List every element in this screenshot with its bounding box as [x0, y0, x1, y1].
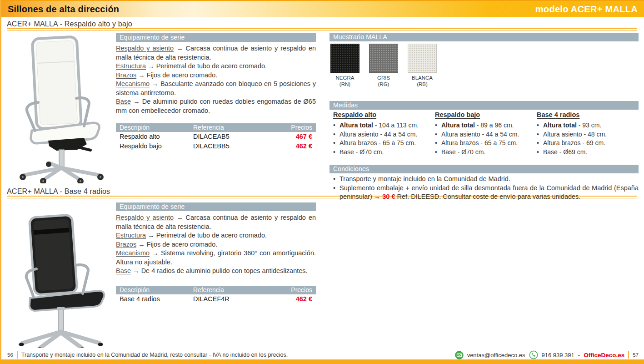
swatch-block: BLANCA(RB)	[408, 44, 437, 87]
spec-line: Mecanismo → Basculante avanzado con bloq…	[116, 80, 316, 97]
swatch-block: GRIS(RG)	[369, 44, 398, 87]
medidas-item-bold: Altura total	[543, 121, 577, 129]
bullet-glyph: •	[435, 121, 441, 130]
col-referencia: Referencia	[193, 286, 277, 294]
swatch-name: BLANCA	[408, 75, 437, 81]
arrow-glyph: →	[131, 98, 142, 105]
arrow-glyph: →	[150, 249, 161, 257]
footer-phone[interactable]: 916 939 391	[542, 352, 574, 359]
medidas-item-text: Altura brazos - 65 a 75 cm.	[441, 139, 518, 147]
col-descripcion: Descripión	[116, 286, 193, 294]
medidas-item-text: - 104 a 113 cm.	[373, 121, 419, 129]
medidas-column: Base 4 radios•Altura total - 93 cm.•Altu…	[537, 111, 639, 157]
spec-label: Estructura	[116, 62, 146, 70]
medidas-item-text: - 93 cm.	[577, 121, 601, 129]
bottom-accent-bar	[0, 359, 644, 364]
catalog-page: Sillones de alta dirección modelo ACER+ …	[0, 0, 644, 364]
bullet-glyph: •	[333, 121, 339, 130]
spec-label: Brazos	[116, 241, 136, 248]
spec-text: Fijos de acero cromado.	[147, 71, 218, 79]
condiciones-list: •Transporte y montaje incluido en la Com…	[333, 175, 639, 202]
medidas-column: Respaldo alto•Altura total - 104 a 113 c…	[333, 111, 435, 157]
bullet-glyph: •	[333, 139, 339, 148]
spec-line: Base → De aluminio pulido con ruedas dob…	[116, 97, 316, 115]
swatch-block: NEGRA(RN)	[330, 44, 359, 87]
bullet-glyph: •	[435, 148, 441, 157]
table-header-row: DescripiónReferenciaPrecios	[116, 123, 316, 132]
swatch-code: (RG)	[369, 81, 398, 87]
medidas-item: •Altura asiento - 44 a 54 cm.	[435, 130, 537, 139]
condiciones-item: •Transporte y montaje incluido en la Com…	[333, 175, 639, 184]
spec-label: Mecanismo	[116, 80, 150, 87]
medidas-column-title: Base 4 radios	[537, 111, 639, 118]
spec-label: Respaldo y asiento	[116, 45, 174, 52]
spec-text: Fijos de acero cromado.	[147, 241, 218, 248]
footer-brand[interactable]: OfficeDeco.es	[584, 352, 624, 359]
page-title: Sillones de alta dirección	[1, 4, 119, 15]
footer-divider	[17, 351, 18, 359]
footer-left: 56 Transporte y montaje incluido en la C…	[0, 351, 288, 359]
medidas-item: •Altura asiento - 44 a 54 cm.	[333, 130, 435, 139]
arrow-glyph: →	[136, 241, 147, 248]
medidas-item: •Base - Ø70 cm.	[435, 148, 537, 157]
medidas-header-bar: Medidas	[329, 101, 639, 110]
medidas-item-text: Base - Ø70 cm.	[441, 148, 485, 156]
spec-text: De aluminio pulido con ruedas dobles eng…	[116, 98, 316, 114]
medidas-item: •Altura brazos - 65 a 75 cm.	[333, 139, 435, 148]
condiciones-header-bar: Condiciones	[329, 165, 639, 173]
bullet-glyph: •	[333, 148, 339, 157]
page-number-right: 57	[633, 352, 639, 358]
mesh-swatch-blanca	[408, 44, 437, 73]
table-row: Respaldo altoDILACEAB5467 €	[116, 132, 316, 142]
spec-line: Brazos → Fijos de acero cromado.	[116, 240, 316, 249]
phone-icon	[529, 350, 538, 359]
table-header-row: DescripiónReferenciaPrecios	[116, 286, 316, 294]
col-precios: Precios	[277, 286, 316, 294]
row-referencia: DILACEAB5	[193, 132, 277, 142]
row-precio: 467 €	[277, 132, 316, 142]
col-descripcion: Descripión	[116, 123, 193, 132]
spec-line: Estructura → Perimetral de tubo de acero…	[116, 231, 316, 240]
mesh-swatch-negra	[330, 44, 359, 73]
col-referencia: Referencia	[193, 123, 277, 132]
spec-label: Respaldo y asiento	[116, 214, 174, 221]
spec-label: Brazos	[116, 71, 136, 79]
col-precios: Precios	[277, 123, 316, 132]
medidas-item: •Altura total - 104 a 113 cm.	[333, 121, 435, 130]
mesh-swatches: NEGRA(RN)GRIS(RG)BLANCA(RB)	[330, 44, 437, 87]
medidas-item-text: Altura asiento - 44 a 54 cm.	[441, 131, 519, 138]
bullet-glyph: •	[435, 139, 441, 148]
mesh-swatch-gris	[369, 44, 398, 73]
page-footer: 56 Transporte y montaje incluido en la C…	[0, 350, 644, 359]
medidas-item-text: - 89 a 96 cm.	[475, 121, 514, 129]
equip2-header-bar: Equipamiento de serie	[116, 202, 316, 211]
arrow-glyph: →	[136, 71, 147, 79]
table-row: Base 4 radiosDILACEF4R462 €	[116, 294, 316, 304]
spec-text: Perimetral de tubo de acero cromado.	[156, 62, 267, 70]
spec-line: Mecanismo → Sistema revolving, giratorio…	[116, 249, 316, 267]
footer-right: ventas@officedeco.es 916 939 391 - Offic…	[455, 350, 644, 359]
left-accent-bar	[0, 0, 1, 364]
medidas-column-title: Respaldo alto	[333, 111, 435, 118]
medidas-item-text: Altura asiento - 48 cm.	[543, 131, 607, 138]
price-table-2: DescripiónReferenciaPreciosBase 4 radios…	[116, 286, 316, 304]
footer-email[interactable]: ventas@officedeco.es	[467, 352, 525, 359]
spec-line: Brazos → Fijos de acero cromado.	[116, 71, 316, 80]
page-number-left: 56	[7, 352, 13, 358]
condiciones-text: Transporte y montaje incluido en la Comu…	[339, 175, 510, 182]
spec-text: De 4 radios de aluminio pulido con topes…	[141, 267, 308, 274]
medidas-item: •Altura brazos - 69 cm.	[537, 139, 639, 148]
swatch-label: NEGRA(RN)	[330, 75, 359, 87]
medidas-item-text: Altura brazos - 65 a 75 cm.	[339, 139, 416, 147]
medidas-item-text: Base - Ø69 cm.	[543, 148, 587, 156]
equip2-specs: Respaldo y asiento → Carcasa continua de…	[116, 213, 316, 276]
spec-line: Estructura → Perimetral de tubo de acero…	[116, 62, 316, 71]
bullet-glyph: •	[537, 148, 543, 157]
swatch-code: (RN)	[330, 81, 359, 87]
medidas-item-text: Altura asiento - 44 a 54 cm.	[339, 131, 417, 138]
footer-divider-right	[628, 351, 629, 359]
condiciones-item: •Suplemento embalaje + envío unidad de s…	[333, 184, 639, 202]
footer-dash: -	[578, 352, 580, 359]
medidas-column-title: Respaldo bajo	[435, 111, 537, 118]
price-table-1: DescripiónReferenciaPreciosRespaldo alto…	[116, 123, 316, 151]
